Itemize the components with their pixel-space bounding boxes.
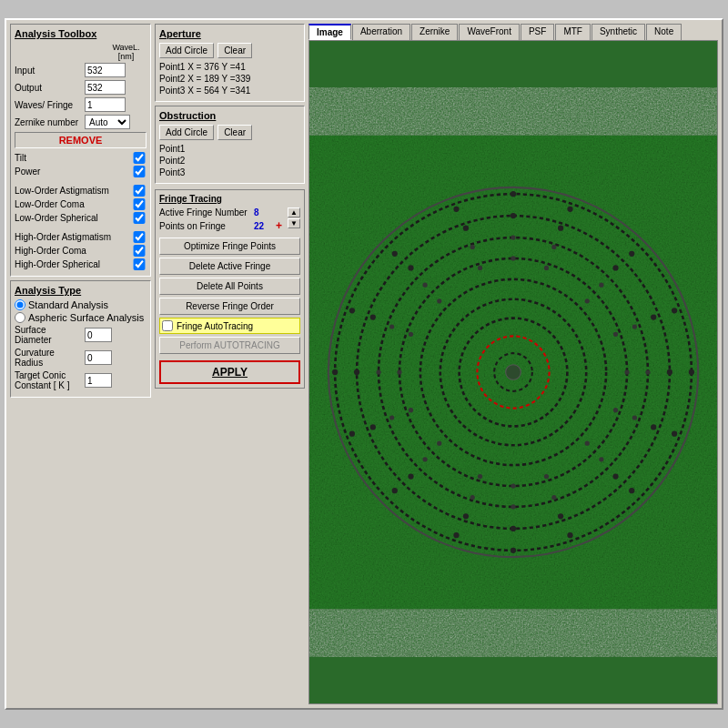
output-row: Output [15, 80, 147, 95]
tab-image[interactable]: Image [308, 24, 351, 40]
hi-coma-label: High-Order Coma [15, 246, 132, 256]
remove-button[interactable]: REMOVE [15, 132, 147, 148]
plus-button[interactable]: + [276, 219, 282, 232]
svg-point-42 [558, 513, 563, 519]
tilt-checkbox[interactable] [132, 152, 147, 164]
svg-point-68 [409, 332, 413, 337]
power-checkbox[interactable] [132, 166, 147, 177]
tilt-label: Tilt [15, 153, 132, 163]
perform-autotracing-button[interactable]: Perform AUTOTRACING [159, 337, 300, 354]
hi-coma-checkbox[interactable] [132, 245, 147, 257]
curv-radius-field[interactable] [85, 350, 112, 365]
svg-point-62 [613, 332, 618, 337]
svg-point-56 [470, 495, 475, 500]
standard-label: Standard Analysis [28, 299, 108, 310]
svg-point-24 [453, 532, 459, 538]
obstruction-add-circle-button[interactable]: Add Circle [159, 125, 214, 140]
reverse-fringe-order-button[interactable]: Reverse Fringe Order [159, 298, 300, 315]
svg-point-75 [585, 441, 590, 446]
target-conic-label: Target Conic Constant [ K ] [15, 370, 83, 390]
delete-active-fringe-button[interactable]: Delete Active Fringe [159, 258, 300, 275]
tab-synthetic[interactable]: Synthetic [592, 24, 645, 40]
fringe-title: Fringe Tracing [159, 194, 300, 204]
waves-field[interactable] [85, 97, 126, 112]
tab-wavefront[interactable]: WaveFront [459, 24, 520, 40]
right-panel: Image Aberration Zernike WaveFront PSF M… [308, 24, 718, 704]
obstruction-point2: Point2 [159, 156, 300, 166]
svg-point-57 [511, 504, 515, 509]
input-label: Input [15, 66, 83, 76]
svg-point-61 [624, 369, 629, 374]
app-window: Analysis Toolbox WaveL. [nm] Input Outpu… [5, 18, 723, 710]
svg-point-64 [544, 266, 549, 270]
tab-mtf[interactable]: MTF [555, 24, 591, 40]
hi-sph-checkbox[interactable] [132, 258, 147, 270]
obstruction-point3: Point3 [159, 167, 300, 177]
svg-point-63 [585, 298, 590, 303]
spin-down-button[interactable]: ▼ [288, 218, 300, 228]
svg-point-51 [423, 283, 428, 288]
zernike-label: Zernike number [15, 117, 83, 127]
image-container [308, 40, 718, 704]
input-field[interactable] [85, 63, 126, 77]
svg-point-35 [408, 265, 413, 270]
svg-point-58 [551, 495, 556, 500]
tab-aberration[interactable]: Aberration [352, 24, 410, 40]
svg-point-67 [437, 298, 441, 303]
aperture-point2: Point2 X = 189 Y =339 [159, 74, 300, 84]
svg-point-20 [349, 308, 355, 313]
svg-point-38 [370, 424, 376, 430]
fringe-tracing-box: Fringe Tracing Active Fringe Number 8 Po… [155, 189, 305, 389]
obstruction-point1: Point1 [159, 144, 300, 154]
svg-point-43 [612, 473, 618, 479]
spin-up-button[interactable]: ▲ [288, 207, 300, 217]
standard-radio[interactable] [15, 299, 25, 310]
hi-astig-row: High-Order Astigmatism [15, 231, 147, 243]
svg-point-12 [506, 365, 521, 380]
tab-note[interactable]: Note [646, 24, 682, 40]
left-panel: Analysis Toolbox WaveL. [nm] Input Outpu… [10, 24, 151, 704]
surface-diam-field[interactable] [85, 328, 112, 342]
tab-psf[interactable]: PSF [521, 24, 554, 40]
svg-point-21 [332, 369, 338, 375]
hi-astig-checkbox[interactable] [132, 231, 147, 243]
analysis-type-box: Analysis Type Standard Analysis Aspheric… [10, 280, 151, 398]
svg-point-72 [478, 474, 482, 479]
svg-point-32 [558, 226, 563, 231]
svg-point-17 [511, 191, 516, 197]
target-conic-field[interactable] [85, 373, 112, 388]
obstruction-btn-row: Add Circle Clear [159, 125, 300, 140]
lo-sph-row: Low-Order Spherical [15, 212, 147, 224]
active-fringe-row: Active Fringe Number 8 [159, 207, 284, 217]
aperture-clear-button[interactable]: Clear [217, 43, 252, 58]
surface-diam-label: Surface Diameter [15, 325, 83, 345]
delete-all-points-button[interactable]: Delete All Points [159, 278, 300, 295]
zernike-select[interactable]: Auto 4 9 16 [85, 115, 130, 129]
aperture-btn-row: Add Circle Clear [159, 43, 300, 58]
tab-zernike[interactable]: Zernike [411, 24, 458, 40]
svg-point-33 [511, 213, 516, 218]
output-field[interactable] [85, 80, 126, 95]
lo-astig-row: Low-Order Astigmatism [15, 185, 147, 197]
svg-point-50 [470, 245, 475, 249]
lo-sph-checkbox[interactable] [132, 212, 147, 224]
svg-point-22 [349, 431, 355, 437]
svg-point-53 [376, 369, 380, 374]
svg-point-70 [409, 408, 413, 412]
tilt-row: Tilt [15, 152, 147, 164]
tabs-row: Image Aberration Zernike WaveFront PSF M… [308, 24, 718, 40]
optimize-fringe-button[interactable]: Optimize Fringe Points [159, 238, 300, 255]
svg-point-66 [478, 266, 482, 270]
apply-button[interactable]: APPLY [159, 360, 300, 384]
lo-astig-checkbox[interactable] [132, 185, 147, 197]
aspheric-radio[interactable] [15, 312, 25, 323]
lo-coma-checkbox[interactable] [132, 198, 147, 210]
aperture-add-circle-button[interactable]: Add Circle [159, 43, 214, 58]
svg-point-71 [437, 441, 441, 446]
autotracing-label: Fringe AutoTracing [177, 321, 253, 331]
svg-point-44 [651, 424, 656, 430]
hi-sph-label: High-Order Spherical [15, 259, 132, 269]
obstruction-clear-button[interactable]: Clear [217, 125, 252, 140]
autotracing-checkbox[interactable] [162, 320, 173, 331]
toolbox-title: Analysis Toolbox [15, 28, 147, 39]
